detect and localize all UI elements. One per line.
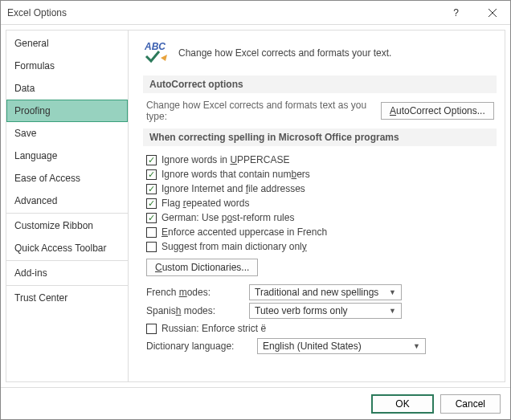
french-modes-row: French modes: Traditional and new spelli… <box>146 284 497 300</box>
proofing-icon: ABC <box>143 40 169 66</box>
dictionary-language-label: Dictionary language: <box>146 340 251 352</box>
french-modes-select[interactable]: Traditional and new spellings▼ <box>249 284 402 300</box>
check-label: Ignore words in UPPERCASE <box>161 154 289 165</box>
sidebar-item-proofing[interactable]: Proofing <box>6 100 128 122</box>
titlebar: Excel Options ? <box>1 1 510 25</box>
dictionary-language-row: Dictionary language: English (United Sta… <box>146 338 497 354</box>
check-main-dictionary-only[interactable]: Suggest from main dictionary only <box>146 239 497 254</box>
sidebar-item-language[interactable]: Language <box>6 145 128 167</box>
checkbox-icon <box>146 213 157 223</box>
dictionary-language-select[interactable]: English (United States)▼ <box>257 338 426 354</box>
spanish-modes-row: Spanish modes: Tuteo verb forms only▼ <box>146 303 497 319</box>
check-label: Ignore Internet and file addresses <box>161 183 305 194</box>
svg-text:ABC: ABC <box>144 41 166 52</box>
sidebar-item-add-ins[interactable]: Add-ins <box>6 262 128 284</box>
check-label: Ignore words that contain numbers <box>161 169 310 180</box>
check-russian-strict[interactable]: Russian: Enforce strict ё <box>146 321 497 336</box>
checkbox-icon <box>146 169 157 180</box>
custom-dictionaries-button[interactable]: Custom Dictionaries... <box>146 259 258 276</box>
check-french-accented[interactable]: Enforce accented uppercase in French <box>146 225 497 239</box>
check-ignore-numbers[interactable]: Ignore words that contain numbers <box>146 167 497 181</box>
check-label: Enforce accented uppercase in French <box>161 226 327 238</box>
excel-options-window: Excel Options ? General Formulas Data Pr… <box>0 0 511 420</box>
window-title: Excel Options <box>7 7 438 18</box>
checkbox-icon <box>146 155 157 165</box>
close-icon <box>489 9 497 17</box>
autocorrect-options-button[interactable]: AutoCorrect Options... <box>381 102 494 120</box>
sidebar-item-customize-ribbon[interactable]: Customize Ribbon <box>6 214 128 237</box>
sidebar-item-save[interactable]: Save <box>6 122 128 145</box>
check-label: Flag repeated words <box>161 198 249 209</box>
spelling-checks: Ignore words in UPPERCASE Ignore words t… <box>146 153 497 254</box>
help-button[interactable]: ? <box>438 1 474 24</box>
check-label: German: Use post-reform rules <box>161 212 294 223</box>
french-modes-label: French modes: <box>146 287 243 298</box>
section-spelling: When correcting spelling in Microsoft Of… <box>143 128 497 146</box>
sidebar-item-general[interactable]: General <box>6 32 128 55</box>
spanish-modes-label: Spanish modes: <box>146 305 243 316</box>
check-label: Suggest from main dictionary only <box>161 241 307 252</box>
check-ignore-internet[interactable]: Ignore Internet and file addresses <box>146 181 497 196</box>
sidebar-separator <box>6 260 128 261</box>
dialog-body: General Formulas Data Proofing Save Lang… <box>1 25 510 387</box>
ok-button[interactable]: OK <box>371 394 433 414</box>
check-flag-repeated[interactable]: Flag repeated words <box>146 196 497 210</box>
chevron-down-icon: ▼ <box>413 342 420 350</box>
sidebar-item-advanced[interactable]: Advanced <box>6 190 128 212</box>
sidebar-separator <box>6 213 128 214</box>
panel-header-text: Change how Excel corrects and formats yo… <box>178 47 391 59</box>
close-button[interactable] <box>474 1 510 24</box>
checkbox-icon <box>146 242 157 252</box>
sidebar-item-quick-access-toolbar[interactable]: Quick Access Toolbar <box>6 237 128 259</box>
autocorrect-desc: Change how Excel corrects and formats te… <box>146 100 371 122</box>
sidebar-item-formulas[interactable]: Formulas <box>6 55 128 77</box>
cancel-button[interactable]: Cancel <box>440 394 501 414</box>
checkbox-icon <box>146 184 157 194</box>
check-label: Russian: Enforce strict ё <box>161 323 266 334</box>
section-autocorrect: AutoCorrect options <box>143 75 497 93</box>
checkbox-icon <box>146 324 157 334</box>
sidebar-separator <box>6 285 128 286</box>
checkbox-icon <box>146 227 157 238</box>
sidebar-item-data[interactable]: Data <box>6 77 128 100</box>
check-german-reform[interactable]: German: Use post-reform rules <box>146 210 497 225</box>
sidebar-item-trust-center[interactable]: Trust Center <box>6 287 128 309</box>
chevron-down-icon: ▼ <box>389 288 396 296</box>
autocorrect-row: Change how Excel corrects and formats te… <box>146 100 497 122</box>
dialog-footer: OK Cancel <box>1 387 510 419</box>
checkbox-icon <box>146 198 157 209</box>
spanish-modes-select[interactable]: Tuteo verb forms only▼ <box>249 303 402 319</box>
category-sidebar: General Formulas Data Proofing Save Lang… <box>6 30 129 382</box>
panel-header: ABC Change how Excel corrects and format… <box>143 40 497 66</box>
main-panel: ABC Change how Excel corrects and format… <box>129 30 505 382</box>
check-ignore-uppercase[interactable]: Ignore words in UPPERCASE <box>146 153 497 167</box>
chevron-down-icon: ▼ <box>389 307 396 315</box>
sidebar-item-ease-of-access[interactable]: Ease of Access <box>6 167 128 190</box>
